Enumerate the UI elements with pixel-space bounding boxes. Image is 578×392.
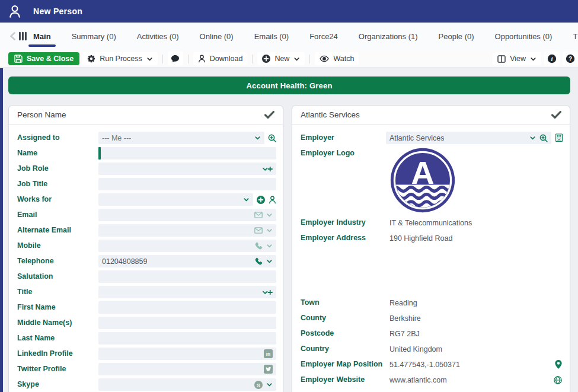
field-row-town: TownReading <box>301 297 563 309</box>
alternate-email-input[interactable] <box>98 224 276 237</box>
chevron-down-icon[interactable] <box>254 135 261 141</box>
svg-text:S: S <box>257 381 260 388</box>
email-input[interactable] <box>98 209 276 221</box>
field-label: County <box>301 312 386 323</box>
job-title-input[interactable] <box>98 178 276 190</box>
linkedin-profile-input[interactable]: in <box>98 348 276 360</box>
chevron-down-icon <box>266 227 273 234</box>
run-process-button[interactable]: Run Process <box>82 52 158 65</box>
svg-text:i: i <box>551 56 553 62</box>
tabs-scroll-left-icon[interactable] <box>9 27 16 45</box>
search-plus-icon[interactable] <box>539 134 548 142</box>
field-label: Last Name <box>17 332 98 343</box>
field-row-job-title: Job Title <box>17 178 276 190</box>
twitter-icon[interactable] <box>264 365 273 374</box>
country-value: United Kingdom <box>386 345 442 353</box>
panel-title: Person Name <box>17 110 66 119</box>
chevron-plus-icon[interactable] <box>262 165 273 173</box>
map-pin-icon[interactable] <box>555 360 563 369</box>
mobile-input[interactable] <box>98 240 276 252</box>
input-value: Atlantic Services <box>389 134 444 142</box>
chevron-down-icon[interactable] <box>243 196 250 203</box>
field-row-last-name: Last Name <box>17 332 276 345</box>
save-icon <box>14 55 23 63</box>
tab-opportunities-0[interactable]: Opportunities (0) <box>493 23 555 50</box>
person-icon[interactable] <box>269 196 276 204</box>
telephone-input[interactable]: 01204808859 <box>98 255 276 267</box>
employer-map-position-value: 51.477543,-1.050371 <box>386 361 460 369</box>
building-icon[interactable] <box>555 133 563 142</box>
county-value: Berkshire <box>386 314 421 323</box>
chevron-down-icon <box>293 56 300 62</box>
skype-input[interactable]: S <box>98 378 276 391</box>
phone-icon[interactable] <box>255 257 263 265</box>
plus-circle-icon[interactable] <box>257 196 265 204</box>
field-label: Title <box>17 286 98 297</box>
field-label: Salutation <box>17 270 98 281</box>
tab-people-0[interactable]: People (0) <box>436 23 477 50</box>
person-panel-header: Person Name <box>9 106 283 125</box>
title-input[interactable] <box>98 286 276 298</box>
tab-force24[interactable]: Force24 <box>307 23 340 50</box>
employer-website-value: www.atlantic.com <box>386 376 447 384</box>
employer-logo: A <box>386 147 456 213</box>
envelope-icon <box>254 212 263 218</box>
comment-button[interactable] <box>168 52 183 66</box>
skype-icon[interactable]: S <box>254 381 263 389</box>
account-health-banner[interactable]: Account Health: Green <box>8 77 570 94</box>
input-value: --- Me --- <box>102 134 131 142</box>
input-value: 01204808859 <box>102 257 147 266</box>
svg-text:?: ? <box>569 56 572 62</box>
toolbar: Save & Close Run Process Download New <box>0 50 578 68</box>
job-role-input[interactable] <box>98 162 276 175</box>
check-icon[interactable] <box>551 111 561 119</box>
info-button[interactable]: i <box>544 52 560 66</box>
field-row-works-for: Works for <box>17 193 276 206</box>
chevron-down-icon[interactable] <box>266 258 273 264</box>
chevron-plus-icon[interactable] <box>262 289 273 296</box>
field-row-twitter-profile: Twitter Profile <box>17 363 276 375</box>
search-plus-icon[interactable] <box>268 134 276 142</box>
watch-button[interactable]: Watch <box>315 52 359 65</box>
chevron-down-icon[interactable] <box>266 381 273 388</box>
field-row-job-role: Job Role <box>17 162 276 175</box>
tab-main[interactable]: Main <box>31 23 53 50</box>
save-close-button[interactable]: Save & Close <box>8 52 79 65</box>
chevron-down-icon[interactable] <box>529 135 536 141</box>
chevron-down-icon <box>266 212 273 218</box>
employer-panel-header: Atlantic Services <box>292 106 570 125</box>
field-label: First Name <box>17 301 98 312</box>
assigned-to-input[interactable]: --- Me --- <box>98 132 264 144</box>
tab-activities-0[interactable]: Activities (0) <box>135 23 181 50</box>
field-label: Postcode <box>301 327 386 338</box>
field-label: Middle Name(s) <box>17 317 98 327</box>
twitter-profile-input[interactable] <box>98 363 276 375</box>
field-row-country: CountryUnited Kingdom <box>301 343 563 355</box>
new-button[interactable]: New <box>257 52 305 65</box>
field-label: Twitter Profile <box>17 363 98 374</box>
globe-icon[interactable] <box>554 376 563 384</box>
tab-online-0[interactable]: Online (0) <box>197 23 236 50</box>
name-input[interactable] <box>98 147 276 160</box>
field-label: Employer Map Position <box>301 358 386 369</box>
middle-name-s-input[interactable] <box>98 317 276 329</box>
help-button[interactable]: ? <box>563 52 578 66</box>
tab-emails-0[interactable]: Emails (0) <box>252 23 292 50</box>
field-row-assigned-to: Assigned to--- Me --- <box>17 132 276 144</box>
download-button[interactable]: Download <box>193 52 248 65</box>
toolbar-separator <box>252 55 253 63</box>
first-name-input[interactable] <box>98 301 276 314</box>
works-for-input[interactable] <box>98 193 253 206</box>
linkedin-icon[interactable]: in <box>264 349 273 358</box>
tab-organizations-1[interactable]: Organizations (1) <box>356 23 420 50</box>
app-header: New Person <box>0 0 578 23</box>
check-icon[interactable] <box>264 111 274 119</box>
view-button[interactable]: View <box>493 52 541 65</box>
last-name-input[interactable] <box>98 332 276 345</box>
salutation-input[interactable] <box>98 270 276 283</box>
field-row-county: CountyBerkshire <box>301 312 563 324</box>
tab-list-icon[interactable] <box>18 27 27 45</box>
employer-input[interactable]: Atlantic Services <box>386 132 551 144</box>
tab-summary-0[interactable]: Summary (0) <box>69 23 119 50</box>
tab-t[interactable]: T <box>570 23 578 50</box>
